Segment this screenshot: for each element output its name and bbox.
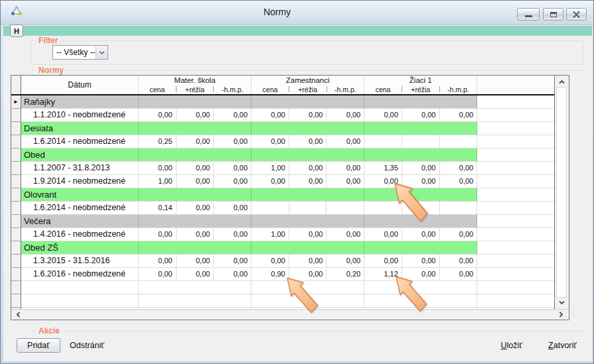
value-cell[interactable]: 0,90 xyxy=(252,268,289,281)
date-cell[interactable]: 1.3.2015 - 31.5.2016 xyxy=(21,255,139,268)
value-cell[interactable]: 0,00 xyxy=(289,228,327,241)
category-row[interactable]: Večera xyxy=(11,215,554,228)
filter-select[interactable]: -- Všetky -- xyxy=(52,45,108,60)
value-cell[interactable]: 0,00 xyxy=(214,109,252,122)
value-cell[interactable]: 0,00 xyxy=(402,255,440,268)
value-cell[interactable]: 0,00 xyxy=(139,109,177,122)
value-cell[interactable]: 0,00 xyxy=(177,175,214,188)
value-cell[interactable]: 0,00 xyxy=(364,255,402,268)
value-cell[interactable]: 0,00 xyxy=(252,255,289,268)
date-cell[interactable]: 1.6.2014 - neobmedzené xyxy=(21,202,139,215)
close-button[interactable] xyxy=(566,8,587,21)
value-cell[interactable]: 0,00 xyxy=(364,109,402,122)
value-cell[interactable]: 0,00 xyxy=(327,175,364,188)
value-cell[interactable]: 0,00 xyxy=(214,268,252,281)
value-cell[interactable]: 0,14 xyxy=(139,202,177,215)
row-selector[interactable] xyxy=(11,228,21,241)
value-cell[interactable] xyxy=(252,202,289,215)
scroll-up-button[interactable] xyxy=(555,77,569,87)
value-cell[interactable]: 0,00 xyxy=(177,162,214,175)
category-label-cell[interactable]: Obed xyxy=(21,149,139,162)
value-cell[interactable]: 0,00 xyxy=(177,109,214,122)
category-row[interactable]: Olovrant xyxy=(11,188,554,202)
value-cell[interactable]: 0,00 xyxy=(289,162,327,175)
value-cell[interactable]: 0,00 xyxy=(214,175,252,188)
value-cell[interactable]: 0,00 xyxy=(327,135,364,149)
value-cell[interactable]: 0,00 xyxy=(214,228,252,241)
date-cell[interactable]: 1.6.2016 - neobmedzené xyxy=(21,268,139,281)
value-cell[interactable]: 0,00 xyxy=(139,162,177,175)
category-row[interactable]: Obed ZŠ xyxy=(11,241,554,255)
value-cell[interactable]: 0,25 xyxy=(139,135,177,149)
value-cell[interactable]: 0,00 xyxy=(252,135,289,149)
row-selector[interactable] xyxy=(11,202,21,215)
save-button[interactable]: Uložiť xyxy=(498,338,525,353)
value-cell[interactable] xyxy=(440,202,478,215)
vertical-scrollbar[interactable] xyxy=(554,76,569,309)
data-row[interactable]: 1.1.2010 - neobmedzené0,000,000,000,000,… xyxy=(11,109,554,122)
scroll-down-button[interactable] xyxy=(555,298,569,308)
row-selector[interactable] xyxy=(11,162,21,175)
value-cell[interactable]: 0,00 xyxy=(177,202,214,215)
row-selector[interactable] xyxy=(11,281,21,294)
value-cell[interactable]: 0,00 xyxy=(214,202,252,215)
value-cell[interactable] xyxy=(402,135,440,149)
scroll-left-button[interactable] xyxy=(13,310,23,320)
row-selector[interactable] xyxy=(11,294,21,308)
titlebar[interactable]: Normy xyxy=(1,1,593,25)
data-row[interactable]: 1.6.2014 - neobmedzené0,250,000,000,000,… xyxy=(11,135,554,149)
category-label-cell[interactable]: Olovrant xyxy=(21,188,139,202)
data-row[interactable]: 1.1.2007 - 31.8.20130,000,000,001,000,00… xyxy=(11,162,554,175)
row-selector[interactable]: ► xyxy=(11,95,21,109)
h-button[interactable]: H xyxy=(10,25,23,37)
dropdown-button[interactable] xyxy=(96,46,108,59)
value-cell[interactable]: 0,00 xyxy=(139,268,177,281)
row-selector[interactable] xyxy=(11,175,21,188)
value-cell[interactable] xyxy=(327,202,364,215)
value-cell[interactable]: 0,00 xyxy=(440,162,478,175)
date-cell[interactable]: 1.6.2014 - neobmedzené xyxy=(21,135,139,149)
value-cell[interactable]: 1,00 xyxy=(252,228,289,241)
value-cell[interactable]: 0,00 xyxy=(327,255,364,268)
row-selector[interactable] xyxy=(11,109,21,122)
date-cell[interactable]: 1.1.2007 - 31.8.2013 xyxy=(21,162,139,175)
date-cell[interactable]: 1.1.2010 - neobmedzené xyxy=(21,109,139,122)
row-selector[interactable] xyxy=(11,215,21,228)
row-selector[interactable] xyxy=(11,255,21,268)
vertical-scroll-thumb[interactable] xyxy=(556,87,567,298)
value-cell[interactable]: 0,00 xyxy=(214,162,252,175)
remove-button[interactable]: Odstrániť xyxy=(67,338,107,353)
value-cell[interactable]: 0,00 xyxy=(402,162,440,175)
value-cell[interactable]: 0,00 xyxy=(364,228,402,241)
close-action-button[interactable]: Zatvoriť xyxy=(546,338,579,353)
maximize-button[interactable] xyxy=(543,8,563,21)
value-cell[interactable]: 0,00 xyxy=(440,109,478,122)
data-row[interactable]: 1.3.2015 - 31.5.20160,000,000,000,000,00… xyxy=(11,255,554,268)
category-row[interactable]: ►Raňajky xyxy=(11,95,554,109)
value-cell[interactable]: 0,00 xyxy=(177,135,214,149)
value-cell[interactable]: 0,00 xyxy=(440,175,478,188)
row-selector[interactable] xyxy=(11,268,21,281)
row-selector[interactable] xyxy=(11,188,21,202)
row-selector[interactable] xyxy=(11,135,21,149)
date-cell[interactable]: 1.9.2014 - neobmedzené xyxy=(21,175,139,188)
value-cell[interactable]: 0,00 xyxy=(327,228,364,241)
value-cell[interactable]: 0,00 xyxy=(177,228,214,241)
value-cell[interactable]: 0,00 xyxy=(252,109,289,122)
value-cell[interactable]: 0,00 xyxy=(289,109,327,122)
category-label-cell[interactable]: Večera xyxy=(21,215,139,228)
value-cell[interactable] xyxy=(289,202,327,215)
value-cell[interactable]: 0,00 xyxy=(289,135,327,149)
value-cell[interactable]: 0,00 xyxy=(327,162,364,175)
row-selector[interactable] xyxy=(11,149,21,162)
value-cell[interactable]: 0,00 xyxy=(440,228,478,241)
value-cell[interactable]: 0,00 xyxy=(177,268,214,281)
value-cell[interactable]: 0,00 xyxy=(289,255,327,268)
value-cell[interactable]: 0,00 xyxy=(440,255,478,268)
data-row[interactable]: 1.6.2014 - neobmedzené0,140,000,00 xyxy=(11,202,554,215)
scroll-right-button[interactable] xyxy=(556,310,565,320)
value-cell[interactable]: 0,00 xyxy=(214,135,252,149)
value-cell[interactable]: 0,00 xyxy=(214,255,252,268)
value-cell[interactable]: 0,00 xyxy=(252,175,289,188)
row-selector[interactable] xyxy=(11,241,21,255)
